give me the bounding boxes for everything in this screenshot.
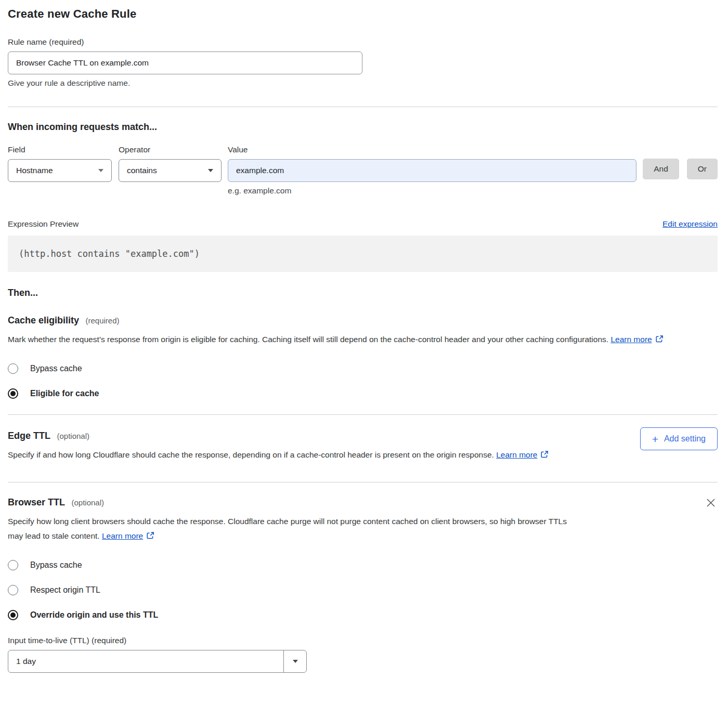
value-helper: e.g. example.com [228, 186, 636, 195]
radio-circle-icon [8, 585, 18, 595]
expression-preview-box: (http.host contains "example.com") [8, 236, 718, 272]
external-link-icon [146, 530, 154, 544]
radio-label: Bypass cache [30, 560, 82, 570]
condition-row: Field Hostname Operator contains Value e… [8, 145, 718, 195]
rule-name-helper: Give your rule a descriptive name. [8, 79, 718, 88]
radio-circle-selected-icon [8, 388, 18, 399]
browser-ttl-description-text: Specify how long client browsers should … [8, 517, 567, 540]
radio-label: Override origin and use this TTL [30, 610, 158, 620]
edge-ttl-title: Edge TTL [8, 431, 50, 441]
match-section: When incoming requests match... Field Ho… [8, 122, 718, 195]
edge-ttl-description: Specify if and how long Cloudflare shoul… [8, 448, 580, 463]
ttl-select-value: 1 day [8, 650, 283, 672]
edge-ttl-description-text: Specify if and how long Cloudflare shoul… [8, 450, 494, 459]
operator-select-value: contains [127, 166, 157, 175]
rule-name-section: Rule name (required) Give your rule a de… [8, 37, 718, 88]
rule-name-label: Rule name (required) [8, 37, 718, 47]
field-select-value: Hostname [16, 166, 53, 175]
close-icon[interactable] [704, 496, 718, 510]
ttl-select-arrow[interactable] [283, 650, 306, 672]
page-title: Create new Cache Rule [8, 7, 718, 21]
edit-expression-link[interactable]: Edit expression [662, 219, 718, 229]
radio-label: Bypass cache [30, 364, 82, 373]
operator-select[interactable]: contains [119, 159, 222, 182]
chevron-down-icon [293, 660, 298, 663]
create-cache-rule-form: Create new Cache Rule Rule name (require… [0, 0, 728, 682]
or-button[interactable]: Or [687, 159, 718, 179]
edge-ttl-optional: (optional) [57, 432, 89, 440]
expression-preview-label: Expression Preview [8, 219, 79, 229]
expression-header: Expression Preview Edit expression [8, 219, 718, 229]
external-link-icon [655, 333, 664, 348]
divider [8, 482, 718, 483]
radio-option-respect-origin-ttl[interactable]: Respect origin TTL [8, 585, 718, 595]
cache-eligibility-required: (required) [86, 316, 120, 325]
field-label: Field [8, 145, 112, 154]
ttl-select[interactable]: 1 day [8, 650, 307, 673]
radio-option-bypass-cache[interactable]: Bypass cache [8, 560, 718, 570]
and-button[interactable]: And [643, 159, 679, 179]
ttl-input-label: Input time-to-live (TTL) (required) [8, 636, 718, 645]
radio-label: Eligible for cache [30, 389, 99, 398]
radio-option-override-origin-ttl[interactable]: Override origin and use this TTL [8, 610, 718, 620]
then-heading: Then... [8, 288, 718, 298]
divider [8, 414, 718, 415]
value-input[interactable] [228, 159, 636, 182]
learn-more-link[interactable]: Learn more [496, 450, 537, 459]
operator-label: Operator [119, 145, 222, 154]
chevron-down-icon [98, 169, 103, 172]
learn-more-link[interactable]: Learn more [102, 531, 143, 540]
cache-eligibility-title: Cache eligibility [8, 315, 79, 325]
match-heading: When incoming requests match... [8, 122, 718, 133]
cache-eligibility-section: Cache eligibility (required) Mark whethe… [8, 315, 718, 399]
browser-ttl-description: Specify how long client browsers should … [8, 514, 580, 544]
radio-circle-selected-icon [8, 610, 18, 620]
radio-option-bypass-cache[interactable]: Bypass cache [8, 363, 718, 374]
radio-option-eligible-for-cache[interactable]: Eligible for cache [8, 388, 718, 399]
external-link-icon [540, 449, 549, 463]
radio-label: Respect origin TTL [30, 585, 100, 595]
radio-circle-icon [8, 363, 18, 374]
plus-icon: + [652, 434, 658, 445]
cache-eligibility-description: Mark whether the request’s response from… [8, 332, 718, 348]
divider [8, 107, 718, 107]
edge-ttl-section: + Add setting Edge TTL (optional) Specif… [8, 431, 718, 463]
cache-eligibility-description-text: Mark whether the request’s response from… [8, 335, 608, 344]
learn-more-link[interactable]: Learn more [610, 335, 652, 344]
browser-ttl-title: Browser TTL [8, 497, 65, 507]
browser-ttl-section: Browser TTL (optional) Specify how long … [8, 497, 718, 673]
field-select[interactable]: Hostname [8, 159, 112, 182]
value-label: Value [228, 145, 636, 154]
add-setting-label: Add setting [664, 434, 706, 444]
chevron-down-icon [208, 169, 213, 172]
expression-code: (http.host contains "example.com") [19, 249, 200, 259]
radio-circle-icon [8, 560, 18, 570]
add-setting-button[interactable]: + Add setting [640, 427, 718, 450]
rule-name-input[interactable] [8, 51, 362, 74]
browser-ttl-optional: (optional) [71, 498, 104, 507]
